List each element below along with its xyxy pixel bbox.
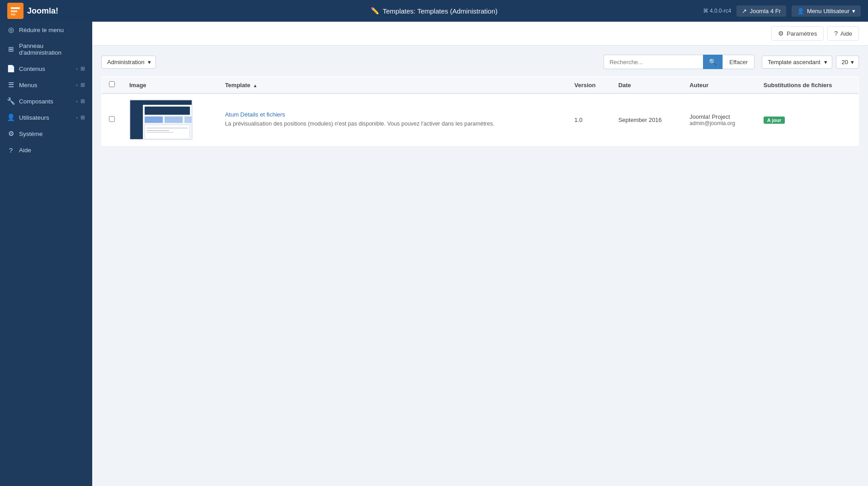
sidebar-item-label: Utilisateurs [19, 114, 49, 121]
content-icon: 📄 [7, 65, 14, 72]
logo-text: Joomla! [27, 6, 58, 16]
grid-icon: ⊞ [80, 65, 85, 72]
components-icon: 🔧 [7, 98, 14, 105]
grid-icon: ⊞ [80, 98, 85, 104]
td-template: Atum Détails et fichiers La prévisualisa… [218, 93, 567, 146]
search-input[interactable] [604, 55, 703, 69]
th-auteur: Auteur [682, 77, 756, 94]
clear-button[interactable]: Effacer [722, 55, 755, 69]
chevron-right-icon: › [76, 115, 78, 120]
sidebar-item-label: Réduire le menu [19, 27, 64, 33]
chevron-down-icon: ▾ [851, 59, 854, 65]
sort-select[interactable]: Template ascendant ▾ [762, 56, 832, 69]
menu-icon: ☰ [7, 81, 14, 89]
search-group: 🔍 Effacer [604, 55, 755, 69]
sidebar-item-label: Aide [19, 147, 31, 154]
sidebar-item-label: Système [19, 131, 43, 137]
sidebar-item-aide[interactable]: ? Aide [0, 142, 92, 158]
date-value: September 2016 [618, 117, 662, 123]
version-value: 1.0 [574, 117, 582, 123]
td-version: 1.0 [567, 93, 611, 146]
scope-label: Administration [107, 59, 144, 65]
sidebar-item-label: Composants [19, 98, 53, 105]
templates-table: Image Template ▲ Version Date [101, 76, 859, 146]
author-email: admin@joomla.org [689, 120, 749, 126]
count-select[interactable]: 20 ▾ [836, 56, 859, 69]
sidebar-item-contenus[interactable]: 📄 Contenus › ⊞ [0, 61, 92, 77]
row-checkbox[interactable] [109, 116, 115, 122]
gear-icon: ⚙ [778, 30, 784, 37]
template-thumbnail [129, 99, 193, 140]
top-navbar: Joomla! ✏️ Templates: Templates (Adminis… [0, 0, 868, 22]
chevron-down-icon: ▾ [148, 59, 151, 65]
sidebar-item-utilisateurs[interactable]: 👤 Utilisateurs › ⊞ [0, 109, 92, 126]
sidebar-item-systeme[interactable]: ⚙ Système [0, 126, 92, 142]
joomla-link-button[interactable]: ↗ Joomla 4 Fr [736, 5, 786, 17]
search-button[interactable]: 🔍 [703, 55, 722, 69]
td-auteur: Joomla! Project admin@joomla.org [682, 93, 756, 146]
th-version: Version [567, 77, 611, 94]
table-header-row: Image Template ▲ Version Date [102, 77, 859, 94]
sidebar-item-reduire[interactable]: ◎ Réduire le menu [0, 22, 92, 38]
home-icon: ⊞ [7, 46, 14, 53]
users-icon: 👤 [7, 114, 14, 121]
scope-filter[interactable]: Administration ▾ [101, 56, 156, 69]
table-row: Atum Détails et fichiers La prévisualisa… [102, 93, 859, 146]
external-link-icon: ↗ [742, 8, 747, 14]
chevron-right-icon: › [76, 82, 78, 88]
logo[interactable]: Joomla! [7, 3, 58, 19]
toolbar: ⚙ Paramètres ? Aide [92, 22, 868, 46]
collapse-icon: ◎ [7, 26, 14, 33]
version-badge: ⌘ 4.0.0-rc4 [703, 8, 731, 14]
aide-button[interactable]: ? Aide [827, 26, 859, 41]
sidebar-item-panneau[interactable]: ⊞ Panneau d'administration [0, 38, 92, 61]
status-badge: A jour [764, 117, 785, 124]
main-content: ⚙ Paramètres ? Aide Administration ▾ 🔍 [92, 22, 868, 486]
content-area: Administration ▾ 🔍 Effacer Template asce… [92, 46, 868, 486]
th-template[interactable]: Template ▲ [218, 77, 567, 94]
th-substitutions: Substitutions de fichiers [756, 77, 859, 94]
sidebar-item-label: Panneau d'administration [19, 42, 85, 56]
question-icon: ? [834, 30, 838, 37]
sidebar-item-menus[interactable]: ☰ Menus › ⊞ [0, 77, 92, 93]
td-image [122, 93, 218, 146]
sidebar-item-label: Contenus [19, 65, 45, 72]
search-icon: 🔍 [709, 58, 717, 65]
sidebar-item-composants[interactable]: 🔧 Composants › ⊞ [0, 93, 92, 109]
page-title-icon: ✏️ [371, 7, 379, 15]
system-icon: ⚙ [7, 130, 14, 137]
page-title: ✏️ Templates: Templates (Administration) [371, 7, 498, 15]
layout: ◎ Réduire le menu ⊞ Panneau d'administra… [0, 22, 868, 486]
td-checkbox [102, 93, 123, 146]
parametres-button[interactable]: ⚙ Paramètres [771, 26, 824, 41]
template-link[interactable]: Atum Détails et fichiers [225, 111, 285, 118]
right-actions: ⌘ 4.0.0-rc4 ↗ Joomla 4 Fr 👤 Menu Utilisa… [703, 5, 861, 17]
chevron-down-icon: ▾ [824, 59, 827, 65]
filter-bar: Administration ▾ 🔍 Effacer Template asce… [101, 55, 859, 69]
th-checkbox [102, 77, 123, 94]
th-date: Date [611, 77, 683, 94]
user-icon: 👤 [797, 8, 804, 14]
grid-icon: ⊞ [80, 82, 85, 88]
td-date: September 2016 [611, 93, 683, 146]
sidebar: ◎ Réduire le menu ⊞ Panneau d'administra… [0, 22, 92, 486]
select-all-checkbox[interactable] [109, 81, 115, 87]
chevron-right-icon: › [76, 98, 78, 104]
sort-asc-icon: ▲ [253, 83, 257, 88]
sidebar-item-label: Menus [19, 82, 38, 89]
mini-screenshot [130, 100, 192, 139]
chevron-right-icon: › [76, 66, 78, 71]
user-menu-button[interactable]: 👤 Menu Utilisateur ▾ [792, 5, 861, 17]
chevron-down-icon: ▾ [852, 8, 855, 14]
td-substitutions: A jour [756, 93, 859, 146]
template-description: La prévisualisation des positions (modul… [225, 120, 560, 128]
author-name: Joomla! Project [689, 113, 749, 120]
grid-icon: ⊞ [80, 114, 85, 121]
th-image: Image [122, 77, 218, 94]
help-icon: ? [7, 146, 14, 154]
